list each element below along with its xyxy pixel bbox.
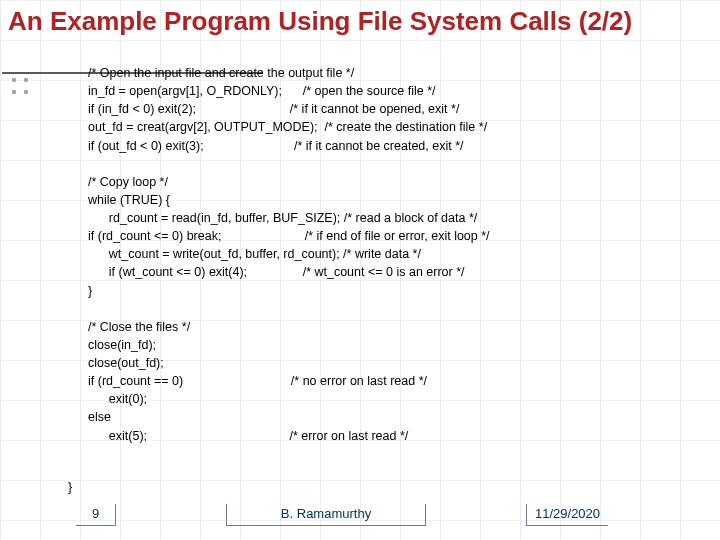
decorative-dots <box>12 78 28 94</box>
slide-container: An Example Program Using File System Cal… <box>0 0 720 540</box>
footer-author: B. Ramamurthy <box>226 504 426 526</box>
slide-title: An Example Program Using File System Cal… <box>0 0 720 39</box>
code-block: /* Open the input file and create the ou… <box>88 64 710 445</box>
slide-footer: 9 B. Ramamurthy 11/29/2020 <box>0 504 720 526</box>
slide-number: 9 <box>76 504 116 526</box>
code-closing-brace: } <box>68 478 710 496</box>
footer-date: 11/29/2020 <box>526 504 608 526</box>
